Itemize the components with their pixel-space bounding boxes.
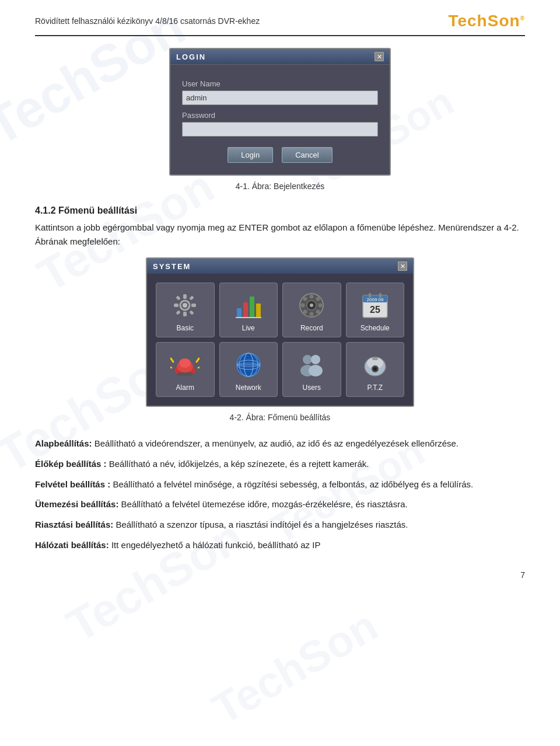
svg-rect-7 <box>190 295 194 300</box>
users-label: Users <box>303 384 321 392</box>
header-title: Rövidített felhasználói kézikönyv 4/8/16… <box>35 16 260 26</box>
para-elokepp-label: Élőkép beállítás : <box>35 459 107 469</box>
figure1-caption: 4-1. Ábra: Bejelentkezés <box>35 182 525 191</box>
system-dialog-wrapper: SYSTEM ✕ <box>35 257 525 407</box>
basic-label: Basic <box>177 324 194 332</box>
svg-rect-12 <box>250 297 254 317</box>
system-titlebar: SYSTEM ✕ <box>147 259 413 274</box>
svg-point-34 <box>179 358 191 368</box>
svg-rect-8 <box>176 310 181 315</box>
section-intro: Kattintson a jobb egérgombbal vagy nyomj… <box>35 221 525 249</box>
para-riasztasi-text: Beállítható a szenzor típusa, a riasztás… <box>116 520 408 529</box>
menu-item-record[interactable]: Record <box>282 283 341 337</box>
para-riasztasi: Riasztási beállítás: Beállítható a szenz… <box>35 518 525 532</box>
para-felvetel-text: Beállítható a felvétel minősége, a rögzí… <box>113 479 473 489</box>
svg-point-1 <box>183 303 187 308</box>
network-label: Network <box>236 384 261 392</box>
svg-rect-4 <box>174 304 178 307</box>
para-halozati-label: Hálózati beállítás: <box>35 540 109 550</box>
record-label: Record <box>300 324 323 332</box>
svg-line-35 <box>171 358 173 362</box>
schedule-icon: 25 2009 09 <box>358 289 393 321</box>
menu-item-users[interactable]: Users <box>282 342 341 397</box>
logo-tech: Tech <box>448 12 487 30</box>
svg-rect-10 <box>237 308 242 317</box>
svg-rect-9 <box>190 310 194 315</box>
para-felvetel-label: Felvétel beállítás : <box>35 479 110 489</box>
ptz-icon <box>358 348 393 381</box>
svg-rect-14 <box>236 317 261 318</box>
svg-point-21 <box>318 303 323 307</box>
svg-point-24 <box>303 309 307 313</box>
username-input[interactable] <box>182 90 378 105</box>
para-utemezesi-label: Ütemezési beállítás: <box>35 499 118 509</box>
password-label: Password <box>182 111 378 120</box>
username-label: User Name <box>182 79 378 88</box>
menu-grid: Basic <box>156 283 404 397</box>
ptz-label: P.T.Z <box>368 384 383 392</box>
live-label: Live <box>242 324 255 332</box>
logo-son: Son <box>488 12 520 30</box>
para-alapbeallitas: Alapbeállítás: Beállítható a videórendsz… <box>35 437 525 451</box>
para-elokepp-text: Beállítható a név, időkijelzés, a kép sz… <box>109 459 369 469</box>
page-header: Rövidített felhasználói kézikönyv 4/8/16… <box>35 12 525 36</box>
para-halozati: Hálózati beállítás: Itt engedélyezhető a… <box>35 538 525 553</box>
menu-item-basic[interactable]: Basic <box>156 283 215 337</box>
svg-point-49 <box>309 365 323 377</box>
svg-point-19 <box>310 312 314 316</box>
svg-rect-13 <box>256 304 261 317</box>
basic-icon <box>167 289 202 321</box>
svg-rect-2 <box>183 294 187 299</box>
alarm-icon <box>167 348 202 381</box>
menu-item-schedule[interactable]: 25 2009 09 Schedule <box>346 283 405 337</box>
login-close-button[interactable]: ✕ <box>374 52 384 61</box>
para-halozati-text: Itt engedélyezhető a hálózati funkció, b… <box>111 540 321 550</box>
page-number: 7 <box>35 570 525 580</box>
password-input[interactable] <box>182 122 378 137</box>
svg-point-25 <box>316 309 320 313</box>
schedule-label: Schedule <box>360 324 390 332</box>
svg-line-38 <box>198 367 200 368</box>
system-dialog: SYSTEM ✕ <box>146 257 414 407</box>
figure2-caption: 4-2. Ábra: Főmenü beállítás <box>35 413 525 422</box>
header-logo: TechSon® <box>448 12 525 30</box>
svg-rect-54 <box>372 357 378 360</box>
para-alapbeallitas-label: Alapbeállítás: <box>35 438 92 448</box>
menu-item-live[interactable]: Live <box>219 283 278 337</box>
network-icon <box>231 348 266 381</box>
menu-item-ptz[interactable]: P.T.Z <box>346 342 405 397</box>
menu-item-alarm[interactable]: Alarm <box>156 342 215 397</box>
svg-point-46 <box>303 355 312 364</box>
para-elokepp: Élőkép beállítás : Beállítható a név, id… <box>35 457 525 472</box>
login-button[interactable]: Login <box>228 147 273 163</box>
logo-reg: ® <box>520 15 525 22</box>
users-icon <box>294 348 329 381</box>
svg-text:2009 09: 2009 09 <box>366 297 383 302</box>
para-riasztasi-label: Riasztási beállítás: <box>35 520 113 529</box>
login-titlebar: LOGIN ✕ <box>170 49 390 65</box>
body-text: Alapbeállítás: Beállítható a videórendsz… <box>35 437 525 553</box>
live-icon <box>231 289 266 321</box>
alarm-label: Alarm <box>176 384 194 392</box>
svg-rect-3 <box>183 312 187 316</box>
record-icon <box>294 289 329 321</box>
system-body: Basic <box>147 274 413 406</box>
cancel-button[interactable]: Cancel <box>282 147 332 163</box>
svg-point-53 <box>373 367 377 371</box>
system-title: SYSTEM <box>153 262 191 271</box>
login-dialog-wrapper: LOGIN ✕ User Name Password Login Cancel <box>35 48 525 176</box>
para-utemezesi: Ütemezési beállítás: Beállítható a felvé… <box>35 497 525 512</box>
menu-item-network[interactable]: Network <box>219 342 278 397</box>
para-alapbeallitas-text: Beállítható a videórendszer, a menünyelv… <box>94 438 459 448</box>
para-utemezesi-text: Beállítható a felvétel ütemezése időre, … <box>121 499 408 509</box>
svg-text:25: 25 <box>370 305 380 315</box>
login-dialog: LOGIN ✕ User Name Password Login Cancel <box>169 48 391 176</box>
login-buttons: Login Cancel <box>182 147 378 163</box>
para-felvetel: Felvétel beállítás : Beállítható a felvé… <box>35 477 525 492</box>
svg-rect-11 <box>243 302 248 317</box>
svg-rect-39 <box>177 372 192 376</box>
svg-line-37 <box>170 367 172 368</box>
svg-point-20 <box>301 303 305 307</box>
svg-rect-6 <box>176 295 181 300</box>
system-close-button[interactable]: ✕ <box>398 262 407 271</box>
